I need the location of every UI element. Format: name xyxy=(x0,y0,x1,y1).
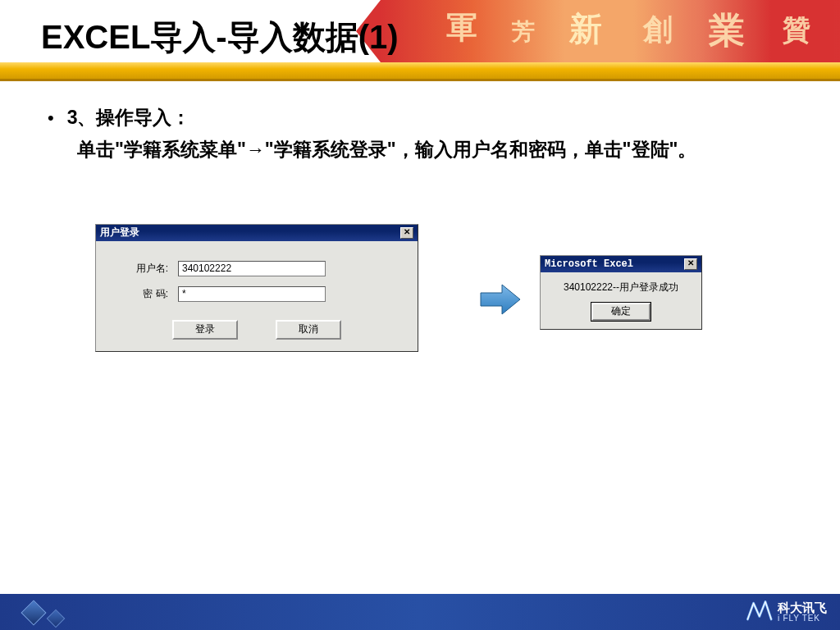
body-text: 单击"学籍系统菜单"→"学籍系统登录"，输入用户名和密码，单击"登陆"。 xyxy=(77,135,784,165)
gold-divider xyxy=(0,62,840,79)
login-title: 用户登录 xyxy=(100,226,139,240)
message-title: Microsoft Excel xyxy=(545,258,633,270)
footer-decoration xyxy=(47,609,66,628)
cancel-button[interactable]: 取消 xyxy=(276,320,341,340)
footer-logo: 科大讯飞 i FLY TEK xyxy=(743,597,827,627)
brand-en: i FLY TEK xyxy=(778,614,827,623)
username-label: 用户名: xyxy=(111,262,178,276)
message-titlebar: Microsoft Excel ✕ xyxy=(541,256,701,272)
username-input[interactable] xyxy=(178,261,326,276)
close-icon[interactable]: ✕ xyxy=(400,227,413,239)
message-text: 340102222--用户登录成功 xyxy=(547,281,695,294)
bullet-heading: 3、操作导入： xyxy=(67,105,191,130)
content-area: • 3、操作导入： 单击"学籍系统菜单"→"学籍系统登录"，输入用户名和密码，单… xyxy=(0,79,840,421)
arrow-right-icon xyxy=(479,283,522,319)
dialogs-area: 用户登录 ✕ 用户名: 密 码: 登录 取消 xyxy=(48,224,784,421)
logo-icon xyxy=(743,597,773,627)
slide-title: EXCEL导入-导入数据(1) xyxy=(41,15,399,60)
bullet-marker: • xyxy=(48,103,54,132)
footer-bar: 科大讯飞 i FLY TEK xyxy=(0,594,840,630)
password-label: 密 码: xyxy=(111,287,178,301)
login-button[interactable]: 登录 xyxy=(172,320,238,340)
message-dialog: Microsoft Excel ✕ 340102222--用户登录成功 确定 xyxy=(540,255,702,330)
header-banner: 軍芳新創業贊 EXCEL导入-导入数据(1) xyxy=(0,0,840,79)
password-input[interactable] xyxy=(178,286,326,302)
brand-cn: 科大讯飞 xyxy=(778,601,827,614)
ok-button[interactable]: 确定 xyxy=(591,303,651,321)
close-icon[interactable]: ✕ xyxy=(684,258,697,270)
decorative-strip: 軍芳新創業贊 xyxy=(381,0,840,62)
login-titlebar: 用户登录 ✕ xyxy=(96,225,418,241)
footer-decoration xyxy=(21,600,46,625)
login-dialog: 用户登录 ✕ 用户名: 密 码: 登录 取消 xyxy=(95,224,418,352)
